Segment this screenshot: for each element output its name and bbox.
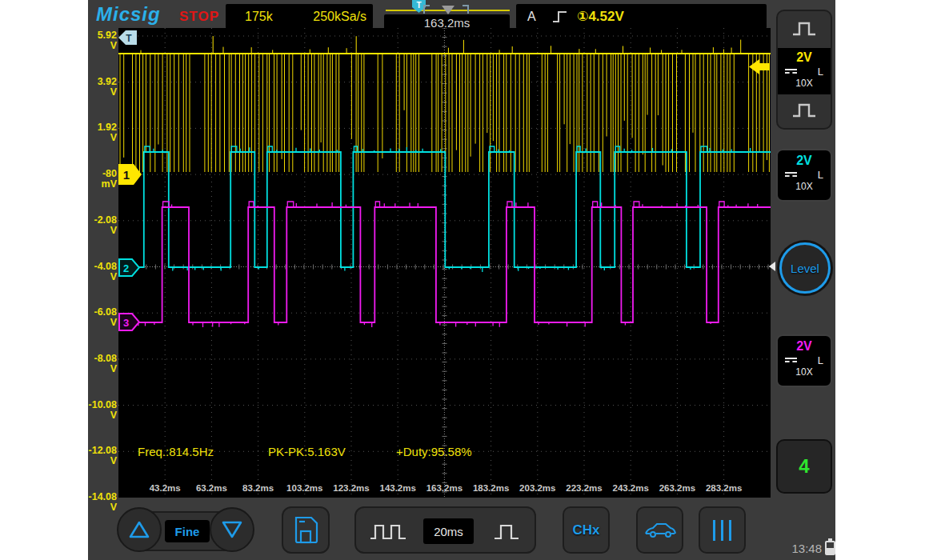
v-axis-label: 3.92V xyxy=(88,77,117,98)
v-axis-label: -6.08V xyxy=(88,307,117,328)
v-axis-label: -8.08V xyxy=(88,354,117,374)
triangle-down-icon xyxy=(221,519,243,540)
measurement-freq: Freq.:814.5Hz xyxy=(138,445,214,458)
rising-edge-icon xyxy=(551,10,569,24)
svg-text:T: T xyxy=(416,1,421,10)
svg-text:2: 2 xyxy=(123,262,129,274)
time-axis-label: 283.2ms xyxy=(706,483,742,493)
v-axis-label: -2.08V xyxy=(88,215,117,236)
ch2-scale: 2V xyxy=(778,154,831,168)
pulse-icon xyxy=(791,100,818,121)
ch2-position-flag-icon[interactable]: 2 xyxy=(118,258,140,277)
trigger-level-arrow-icon[interactable] xyxy=(749,59,770,74)
ch4-button[interactable]: 4 xyxy=(776,439,832,494)
bar-icon xyxy=(729,520,731,541)
trigger-settings-box[interactable]: A ①4.52V xyxy=(516,4,767,29)
trigger-level-flag-icon[interactable]: T xyxy=(118,30,137,45)
decrease-button[interactable] xyxy=(210,507,254,552)
level-pointer-icon xyxy=(769,262,775,271)
ch1-position-flag-icon[interactable]: 1 xyxy=(118,164,142,185)
ch2-coupling: L xyxy=(818,169,823,181)
time-axis-label: 163.2ms xyxy=(426,483,462,493)
increase-button[interactable] xyxy=(117,507,162,552)
time-axis-label: 263.2ms xyxy=(659,483,695,493)
ch1-attenuation: 10X xyxy=(778,78,831,89)
time-axis-label: 243.2ms xyxy=(612,483,648,493)
dc-coupling-icon xyxy=(785,69,797,74)
car-icon xyxy=(643,521,677,540)
triangle-up-icon xyxy=(128,519,150,540)
pulse-icon xyxy=(493,521,520,543)
time-axis-label: 223.2ms xyxy=(566,483,602,493)
ch2-attenuation: 10X xyxy=(778,181,831,192)
ch3-scale: 2V xyxy=(778,339,831,354)
time-axis-label: 143.2ms xyxy=(379,483,415,493)
time-axis-label: 43.2ms xyxy=(150,483,181,493)
ch3-coupling: L xyxy=(818,354,823,366)
ch3-position-flag-icon[interactable]: 3 xyxy=(118,313,140,331)
save-icon xyxy=(292,515,319,546)
dc-coupling-icon xyxy=(785,172,797,177)
ch3-attenuation: 10X xyxy=(778,366,831,378)
pulse-icon xyxy=(791,18,818,39)
svg-text:1: 1 xyxy=(123,168,130,182)
v-axis-label: 1.92V xyxy=(88,122,117,143)
waveform-display[interactable]: T 1 2 3 Freq.:814.5Hz PK-PK:5.163V +Duty… xyxy=(118,28,771,498)
timebase-value[interactable]: 20ms xyxy=(423,518,474,544)
v-axis-label: -14.08V xyxy=(88,492,117,513)
time-axis-label: 103.2ms xyxy=(286,483,322,493)
clock: 13:48 xyxy=(791,542,822,555)
time-axis-label: 123.2ms xyxy=(333,483,369,493)
time-axis-label: 63.2ms xyxy=(196,483,227,493)
ch2-button[interactable]: 2V L 10X xyxy=(776,149,832,202)
timebase-group[interactable]: 20ms xyxy=(354,506,536,554)
time-axis-label: 183.2ms xyxy=(473,483,509,493)
ch1-controls-group[interactable]: 2V L 10X xyxy=(776,10,832,130)
chx-button[interactable]: CHx xyxy=(563,506,610,554)
menu-bars-button[interactable] xyxy=(699,506,746,554)
bar-icon xyxy=(713,520,715,541)
brand-logo: Micsig xyxy=(96,3,161,26)
level-knob-button[interactable]: Level xyxy=(779,242,831,294)
waveform-canvas xyxy=(118,28,771,498)
measurement-pkpk: PK-PK:5.163V xyxy=(268,445,346,458)
window-left-bracket-icon xyxy=(423,5,430,14)
sample-rate: 250kSa/s xyxy=(313,4,366,29)
bar-icon xyxy=(721,520,723,541)
pulse-train-icon xyxy=(369,521,407,543)
v-axis-label: -4.08V xyxy=(88,262,117,282)
measurement-duty: +Duty:95.58% xyxy=(396,445,472,458)
acquisition-status[interactable]: STOP xyxy=(179,9,219,25)
acquisition-info-box[interactable]: 175k 250kSa/s xyxy=(226,4,373,29)
ch1-scale: 2V xyxy=(778,50,831,65)
v-axis-label: 5.92V xyxy=(88,30,117,51)
ch1-pulse-down-button[interactable] xyxy=(778,93,831,128)
save-button[interactable] xyxy=(282,506,330,554)
battery-icon xyxy=(825,541,835,555)
v-axis-label: -12.08V xyxy=(88,446,117,466)
sample-depth: 175k xyxy=(245,4,273,29)
automotive-button[interactable] xyxy=(636,506,683,554)
time-axis-label: 203.2ms xyxy=(519,483,555,493)
v-axis-label: -10.08V xyxy=(88,400,117,421)
trigger-source-group: A xyxy=(527,4,536,29)
fine-mode-label[interactable]: Fine xyxy=(165,520,210,542)
svg-text:T: T xyxy=(126,33,132,44)
dc-coupling-icon xyxy=(785,358,797,362)
time-axis-label: 83.2ms xyxy=(242,483,274,493)
status-clock-area: 13:48 xyxy=(778,541,835,555)
ch3-button[interactable]: 2V L 10X xyxy=(776,334,832,387)
window-position-triangle-icon[interactable] xyxy=(442,6,454,14)
v-axis-label: -80mV xyxy=(88,169,117,190)
trigger-level-value: ①4.52V xyxy=(577,4,624,29)
ch1-info-box[interactable]: 2V L 10X xyxy=(778,48,831,94)
svg-text:3: 3 xyxy=(123,317,129,329)
oscilloscope-screen: Micsig STOP 175k 250kSa/s T 163.2ms A ①4… xyxy=(88,0,835,560)
ch1-coupling: L xyxy=(818,66,823,78)
window-right-bracket-icon xyxy=(462,5,469,14)
ch1-pulse-up-button[interactable] xyxy=(778,11,831,46)
